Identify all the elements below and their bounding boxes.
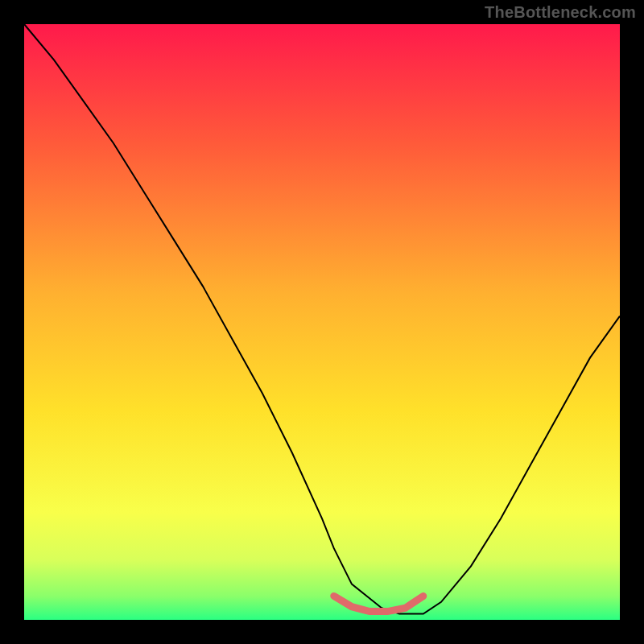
bottleneck-chart [0, 0, 644, 644]
frame-bottom [0, 620, 644, 644]
watermark-text: TheBottleneck.com [485, 3, 636, 22]
frame-right [620, 0, 644, 644]
chart-container: TheBottleneck.com [0, 0, 644, 644]
plot-background [24, 24, 620, 620]
frame-left [0, 0, 24, 644]
